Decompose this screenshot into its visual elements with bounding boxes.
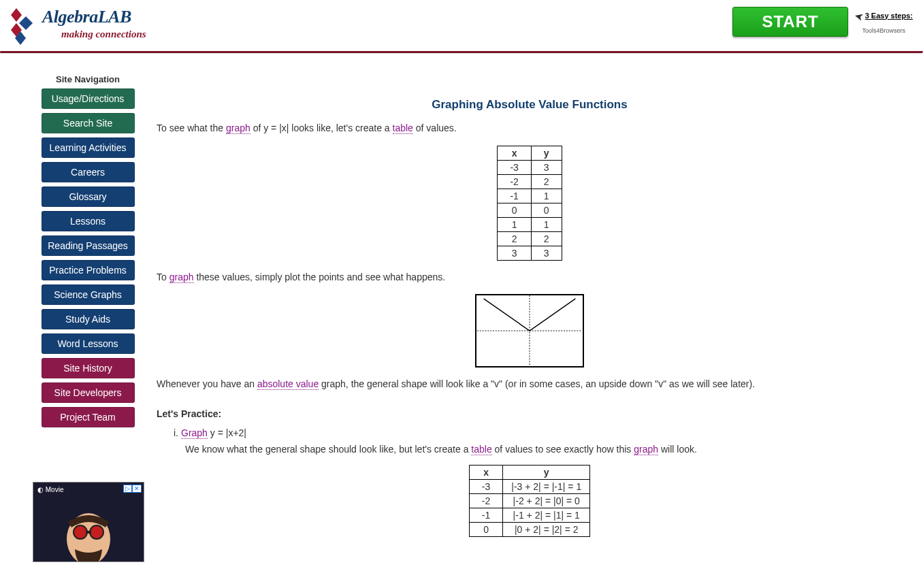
- page-title: Graphing Absolute Value Functions: [157, 98, 903, 112]
- table-row: 11: [498, 217, 562, 231]
- svg-marker-1: [19, 16, 33, 30]
- content: Graphing Absolute Value Functions To see…: [143, 74, 923, 562]
- table-header: x: [498, 146, 531, 160]
- intro-text: To see what the graph of y = |x| looks l…: [157, 122, 903, 135]
- term-graph[interactable]: graph: [226, 122, 250, 134]
- easy-steps[interactable]: ➤3 Easy steps: Tools4Browsers: [855, 10, 913, 34]
- table-row: 22: [498, 231, 562, 246]
- logo-text: AlgebraLAB making connections: [42, 7, 146, 40]
- nav-item-word-lessons[interactable]: Word Lessons: [42, 333, 135, 354]
- practice-header: Let's Practice:: [157, 408, 903, 419]
- nav-item-site-developers[interactable]: Site Developers: [42, 382, 135, 403]
- nav-item-site-history[interactable]: Site History: [42, 358, 135, 378]
- table-row: -1|-1 + 2| = |1| = 1: [469, 508, 589, 522]
- plot-text: To graph these values, simply plot the p…: [157, 271, 903, 284]
- svg-point-5: [74, 525, 87, 539]
- value-table-2: xy -3|-3 + 2| = |-1| = 1-2|-2 + 2| = |0|…: [469, 465, 590, 537]
- ad-play-icon[interactable]: ▷: [123, 485, 132, 493]
- table-row: -22: [498, 174, 562, 189]
- nav-item-reading-passages[interactable]: Reading Passages: [42, 235, 135, 256]
- logo-icon: [5, 7, 38, 48]
- logo-subtitle: making connections: [61, 29, 146, 40]
- svg-point-6: [90, 525, 103, 539]
- nav-item-usage-directions[interactable]: Usage/Directions: [42, 88, 135, 109]
- header-right: START ➤3 Easy steps: Tools4Browsers: [732, 7, 913, 37]
- nav-item-practice-problems[interactable]: Practice Problems: [42, 260, 135, 280]
- main: Site Navigation Usage/DirectionsSearch S…: [0, 54, 923, 562]
- logo-area[interactable]: AlgebraLAB making connections: [5, 7, 146, 48]
- nav-item-careers[interactable]: Careers: [42, 162, 135, 182]
- nav-item-learning-activities[interactable]: Learning Activities: [42, 137, 135, 158]
- svg-marker-0: [11, 8, 22, 22]
- practice-item-i: i.Graph y = |x+2|: [174, 427, 903, 438]
- table-row: -3|-3 + 2| = |-1| = 1: [469, 479, 589, 493]
- table-header: y: [503, 465, 590, 479]
- start-button[interactable]: START: [732, 7, 847, 37]
- ad-close-icon[interactable]: ✕: [132, 485, 142, 493]
- term-graph[interactable]: graph: [634, 444, 658, 455]
- table-row: 33: [498, 246, 562, 260]
- table-header: y: [531, 146, 562, 160]
- graph-image: [475, 294, 584, 368]
- sidebar: Site Navigation Usage/DirectionsSearch S…: [0, 74, 143, 562]
- nav-item-science-graphs[interactable]: Science Graphs: [42, 284, 135, 305]
- ad-tag: ▷✕: [123, 485, 142, 493]
- practice-i-desc: We know what the general shape should lo…: [185, 444, 903, 455]
- value-table-1: xy -33-22-1100112233: [497, 146, 562, 261]
- table-row: -11: [498, 189, 562, 203]
- nav-item-lessons[interactable]: Lessons: [42, 211, 135, 231]
- term-absolute-value[interactable]: absolute value: [257, 378, 319, 390]
- table-row: -33: [498, 160, 562, 174]
- table-header: x: [469, 465, 502, 479]
- nav-item-glossary[interactable]: Glossary: [42, 186, 135, 207]
- term-table[interactable]: table: [471, 444, 491, 455]
- logo-title: AlgebraLAB: [42, 7, 146, 27]
- table-row: 0|0 + 2| = |2| = 2: [469, 522, 589, 536]
- easy-steps-sub: Tools4Browsers: [855, 27, 913, 34]
- ad-label: ◐ Movie: [37, 486, 63, 493]
- nav-item-project-team[interactable]: Project Team: [42, 407, 135, 427]
- ad-box[interactable]: ◐ Movie ▷✕: [33, 482, 144, 562]
- table-row: -2|-2 + 2| = |0| = 0: [469, 493, 589, 508]
- nav-title: Site Navigation: [33, 74, 143, 84]
- term-graph[interactable]: graph: [169, 272, 194, 283]
- term-table[interactable]: table: [393, 122, 413, 134]
- svg-rect-7: [86, 531, 91, 534]
- term-graph[interactable]: Graph: [181, 427, 208, 439]
- nav-item-study-aids[interactable]: Study Aids: [42, 309, 135, 329]
- whenever-text: Whenever you have an absolute value grap…: [157, 378, 903, 391]
- header: AlgebraLAB making connections START ➤3 E…: [0, 0, 923, 51]
- arrow-icon: ➤: [853, 9, 864, 24]
- table-row: 00: [498, 203, 562, 217]
- nav-item-search-site[interactable]: Search Site: [42, 113, 135, 133]
- ad-image: [54, 502, 123, 562]
- easy-steps-link[interactable]: 3 Easy steps:: [865, 12, 913, 20]
